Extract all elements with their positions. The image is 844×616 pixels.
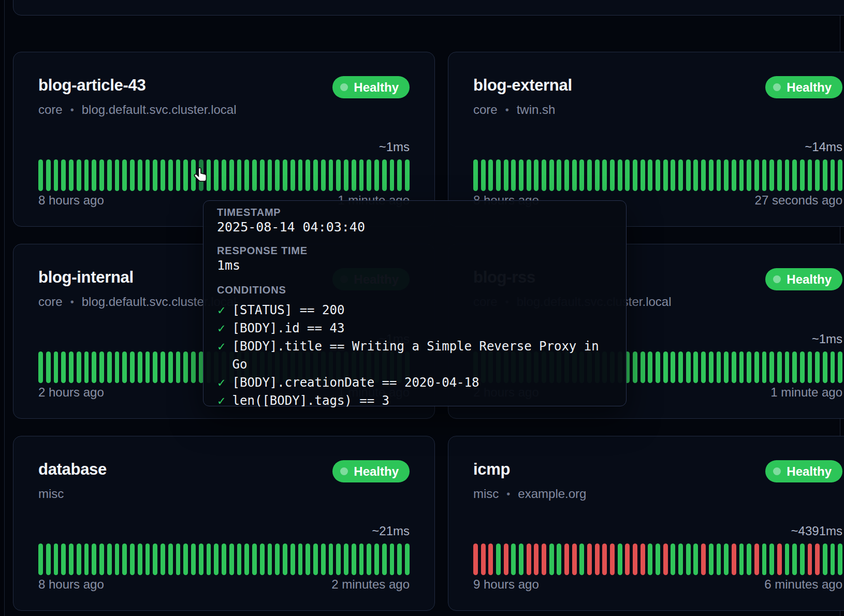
bar-up[interactable] bbox=[374, 159, 379, 191]
bar-up[interactable] bbox=[648, 159, 652, 191]
bar-up[interactable] bbox=[313, 544, 318, 575]
bar-up[interactable] bbox=[329, 159, 333, 191]
bar-up[interactable] bbox=[130, 159, 135, 191]
bar-up[interactable] bbox=[99, 351, 104, 383]
bar-up[interactable] bbox=[663, 159, 668, 191]
bar-up[interactable] bbox=[321, 159, 326, 191]
bar-up[interactable] bbox=[564, 159, 569, 191]
bar-up[interactable] bbox=[656, 351, 660, 383]
bar-up[interactable] bbox=[762, 544, 767, 575]
bar-up[interactable] bbox=[785, 544, 790, 575]
bar-up[interactable] bbox=[275, 159, 280, 191]
bar-up[interactable] bbox=[686, 159, 691, 191]
bar-up[interactable] bbox=[153, 351, 157, 383]
bar-up[interactable] bbox=[587, 159, 592, 191]
bar-up[interactable] bbox=[618, 159, 622, 191]
bar-up[interactable] bbox=[831, 159, 835, 191]
bar-up[interactable] bbox=[709, 351, 714, 383]
bar-up[interactable] bbox=[199, 544, 203, 575]
bar-up[interactable] bbox=[92, 544, 96, 575]
bar-up[interactable] bbox=[161, 159, 165, 191]
bar-up[interactable] bbox=[183, 351, 188, 383]
bar-up[interactable] bbox=[336, 159, 341, 191]
bar-up[interactable] bbox=[283, 544, 287, 575]
bar-up[interactable] bbox=[754, 159, 759, 191]
bar-up[interactable] bbox=[130, 351, 135, 383]
bar-up[interactable] bbox=[46, 351, 51, 383]
bar-up[interactable] bbox=[138, 159, 142, 191]
bar-up[interactable] bbox=[838, 544, 842, 575]
bar-up[interactable] bbox=[511, 159, 516, 191]
bar-up[interactable] bbox=[717, 159, 721, 191]
bar-up[interactable] bbox=[724, 544, 729, 575]
bar-down[interactable] bbox=[633, 544, 637, 575]
bar-up[interactable] bbox=[648, 351, 652, 383]
bar-up[interactable] bbox=[496, 544, 501, 575]
bar-up[interactable] bbox=[405, 159, 410, 191]
bar-up[interactable] bbox=[359, 544, 364, 575]
endpoint-card[interactable]: icmp Healthy misc • example.org ~4391ms … bbox=[448, 436, 844, 611]
bar-up[interactable] bbox=[61, 351, 66, 383]
bar-up[interactable] bbox=[222, 159, 226, 191]
bar-down[interactable] bbox=[777, 544, 782, 575]
bar-up[interactable] bbox=[792, 544, 797, 575]
bar-up[interactable] bbox=[838, 351, 842, 383]
bar-up[interactable] bbox=[122, 544, 127, 575]
bar-up[interactable] bbox=[633, 351, 637, 383]
bar-up[interactable] bbox=[732, 351, 736, 383]
bar-up[interactable] bbox=[38, 544, 43, 575]
bar-up[interactable] bbox=[823, 544, 827, 575]
bar-up[interactable] bbox=[823, 351, 827, 383]
bar-up[interactable] bbox=[678, 159, 683, 191]
bar-up[interactable] bbox=[481, 159, 486, 191]
bar-up[interactable] bbox=[77, 159, 81, 191]
bar-up[interactable] bbox=[534, 159, 539, 191]
bar-up[interactable] bbox=[229, 159, 234, 191]
bar-up[interactable] bbox=[397, 544, 402, 575]
bar-up[interactable] bbox=[244, 544, 249, 575]
bar-up[interactable] bbox=[519, 544, 523, 575]
bar-up[interactable] bbox=[709, 544, 714, 575]
bar-up[interactable] bbox=[390, 544, 395, 575]
bar-up[interactable] bbox=[831, 351, 835, 383]
bar-up[interactable] bbox=[268, 544, 272, 575]
bar-up[interactable] bbox=[214, 159, 219, 191]
bar-up[interactable] bbox=[754, 351, 759, 383]
bar-up[interactable] bbox=[815, 351, 820, 383]
bar-down[interactable] bbox=[663, 544, 668, 575]
bar-down[interactable] bbox=[732, 544, 736, 575]
bar-up[interactable] bbox=[800, 544, 805, 575]
bar-up[interactable] bbox=[77, 351, 81, 383]
bar-up[interactable] bbox=[671, 159, 675, 191]
bar-up[interactable] bbox=[69, 159, 74, 191]
bar-up[interactable] bbox=[701, 351, 706, 383]
bar-up[interactable] bbox=[260, 544, 265, 575]
bar-up[interactable] bbox=[397, 159, 402, 191]
bar-up[interactable] bbox=[724, 159, 729, 191]
bar-up[interactable] bbox=[549, 159, 554, 191]
bar-up[interactable] bbox=[747, 544, 751, 575]
bar-up[interactable] bbox=[823, 159, 827, 191]
bar-up[interactable] bbox=[176, 544, 181, 575]
bar-up[interactable] bbox=[739, 351, 744, 383]
bar-up[interactable] bbox=[183, 159, 188, 191]
bar-up[interactable] bbox=[168, 351, 173, 383]
bar-up[interactable] bbox=[678, 351, 683, 383]
bar-up[interactable] bbox=[838, 159, 842, 191]
bar-up[interactable] bbox=[168, 159, 173, 191]
bar-up[interactable] bbox=[656, 159, 660, 191]
bar-up[interactable] bbox=[130, 544, 135, 575]
bar-up[interactable] bbox=[46, 159, 51, 191]
bar-down[interactable] bbox=[595, 544, 600, 575]
bar-up[interactable] bbox=[107, 159, 112, 191]
bar-up[interactable] bbox=[145, 544, 150, 575]
bar-up[interactable] bbox=[579, 159, 584, 191]
bar-up[interactable] bbox=[77, 544, 81, 575]
bar-up[interactable] bbox=[374, 544, 379, 575]
bar-up[interactable] bbox=[390, 159, 395, 191]
bar-up[interactable] bbox=[549, 544, 554, 575]
bar-down[interactable] bbox=[754, 544, 759, 575]
bar-up[interactable] bbox=[557, 544, 561, 575]
bar-up[interactable] bbox=[488, 159, 493, 191]
bar-up[interactable] bbox=[769, 159, 774, 191]
